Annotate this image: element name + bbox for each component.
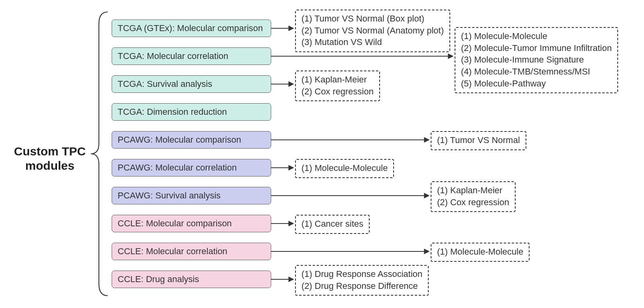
connectors: [0, 0, 644, 308]
diagram-canvas: Custom TPC modules TCGA (GTEx): Molecula…: [0, 0, 644, 308]
